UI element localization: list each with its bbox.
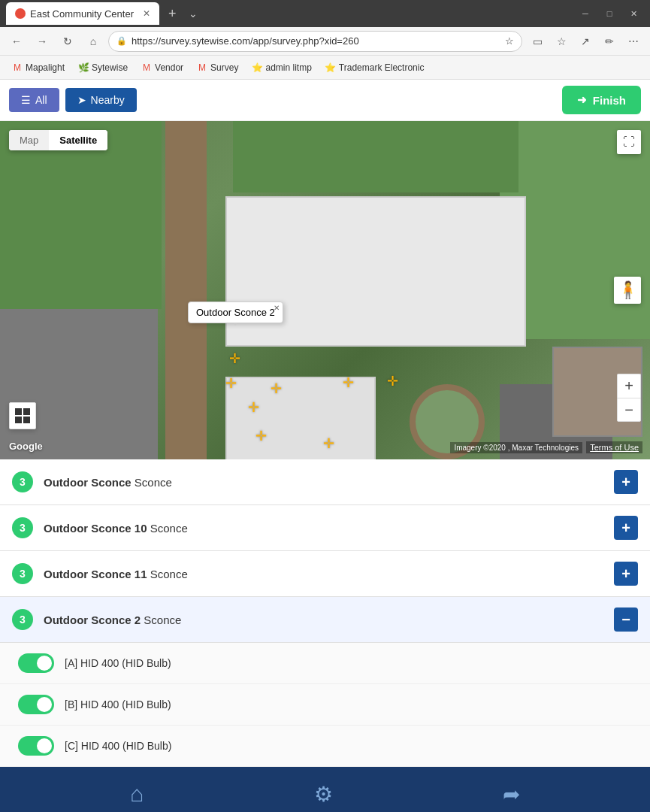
bookmark-survey[interactable]: M Survey xyxy=(191,59,244,76)
item-suffix-1: Sconce xyxy=(147,522,188,535)
imagery-copyright: Imagery ©2020 , Maxar Technologies xyxy=(450,442,582,453)
forward-btn[interactable]: → xyxy=(32,31,53,52)
crosshair-icon-5: ✛ xyxy=(271,381,282,396)
bookmark-trademark[interactable]: ⭐ Trademark Electronic xyxy=(319,59,431,76)
survey-icon: M xyxy=(197,62,207,73)
map-pin-8[interactable]: ✛ xyxy=(387,373,402,388)
item-label-1: Outdoor Sconce 10 Sconce xyxy=(44,522,614,535)
item-label-0: Outdoor Sconce Sconce xyxy=(44,476,614,489)
toggle-switch-2[interactable] xyxy=(18,736,54,756)
tooltip-close-btn[interactable]: ✕ xyxy=(274,304,280,312)
map-pin-5[interactable]: ✛ xyxy=(271,380,286,395)
map-tooltip: ✕ Outdoor Sconce 2 xyxy=(188,301,283,323)
toggle-thumb-0 xyxy=(37,656,52,671)
layers-grid-icon xyxy=(15,408,30,423)
toggle-label-1: [B] HID 400 (HID Bulb) xyxy=(65,698,171,710)
map-pin-7[interactable]: ✛ xyxy=(343,374,358,389)
settings-icon: ⚙ xyxy=(314,782,333,807)
arrow-right-icon: ➜ xyxy=(577,93,587,107)
map-expand-btn[interactable]: ⛶ xyxy=(617,130,641,154)
map-pin-3[interactable]: ✛ xyxy=(248,399,263,414)
crosshair-icon-4: ✛ xyxy=(255,429,267,444)
zoom-controls: + − xyxy=(617,374,641,422)
all-button[interactable]: ☰ All xyxy=(9,88,59,112)
address-bar[interactable]: 🔒 https://survey.sytewise.com/app/survey… xyxy=(108,31,522,52)
map-layers-btn[interactable] xyxy=(9,402,36,429)
share-btn[interactable]: ↗ xyxy=(575,31,596,52)
tab-nav-btn[interactable]: ⌄ xyxy=(186,8,201,20)
bookmark-mapalight[interactable]: M Mapalight xyxy=(6,59,71,76)
crosshair-icon-7: ✛ xyxy=(343,375,354,390)
window-controls: ─ □ ✕ xyxy=(575,6,644,21)
toggle-item-1: [B] HID 400 (HID Bulb) xyxy=(0,684,650,726)
bookmark-star[interactable]: ☆ xyxy=(505,35,514,47)
item-name-2: Outdoor Sconce 11 xyxy=(44,568,147,580)
green-area-3 xyxy=(233,121,518,192)
bookmark-sytewise[interactable]: 🌿 Sytewise xyxy=(72,59,134,76)
bookmark-vendor[interactable]: M Vendor xyxy=(135,59,189,76)
bookmarks-bar: M Mapalight 🌿 Sytewise M Vendor M Survey… xyxy=(0,56,650,80)
map-type-controls: Map Satellite xyxy=(9,130,107,150)
home-nav-btn[interactable]: ⌂ xyxy=(83,31,104,52)
star-btn[interactable]: ☆ xyxy=(551,31,572,52)
map-pin-1[interactable]: ✛ xyxy=(229,350,244,365)
map-container[interactable]: ✛ ✛ ✛ ✛ ✛ ✛ ✛ ✛ ✛ ✛ ✕ Outdoor Sconce 2 M… xyxy=(0,121,650,459)
map-pin-2[interactable]: ✛ xyxy=(225,375,240,390)
toggle-thumb-1 xyxy=(37,697,52,712)
maximize-btn[interactable]: □ xyxy=(599,6,620,21)
zoom-out-btn[interactable]: − xyxy=(617,398,641,422)
active-tab[interactable]: East Community Center ✕ xyxy=(6,2,159,25)
list-item-1[interactable]: 3 Outdoor Sconce 10 Sconce + xyxy=(0,505,650,551)
toggle-switch-1[interactable] xyxy=(18,695,54,714)
tooltip-text: Outdoor Sconce 2 xyxy=(196,307,275,318)
location-icon: ➤ xyxy=(77,94,86,106)
bookmark-admin[interactable]: ⭐ admin litmp xyxy=(246,59,317,76)
minimize-btn[interactable]: ─ xyxy=(575,6,596,21)
settings-nav-btn[interactable]: ⚙ xyxy=(308,776,339,813)
map-type-map-btn[interactable]: Map xyxy=(9,130,49,150)
exit-icon: ➦ xyxy=(503,782,520,807)
cast-btn[interactable]: ▭ xyxy=(527,31,548,52)
tab-close-btn[interactable]: ✕ xyxy=(143,8,150,19)
item-suffix-0: Sconce xyxy=(132,476,172,489)
home-nav-icon-btn[interactable]: ⌂ xyxy=(124,775,150,812)
expand-btn-0[interactable]: + xyxy=(614,470,638,494)
item-badge-1: 3 xyxy=(12,517,33,538)
nav-action-buttons: ▭ ☆ ↗ ✏ ⋯ xyxy=(527,31,644,52)
item-suffix-3: Sconce xyxy=(141,614,181,626)
item-badge-2: 3 xyxy=(12,563,33,584)
expand-btn-1[interactable]: + xyxy=(614,516,638,540)
close-btn[interactable]: ✕ xyxy=(623,6,644,21)
list-item-3[interactable]: 3 Outdoor Sconce 2 Sconce − xyxy=(0,597,650,643)
zoom-in-btn[interactable]: + xyxy=(617,374,641,398)
items-list: 3 Outdoor Sconce Sconce + 3 Outdoor Scon… xyxy=(0,459,650,767)
new-tab-btn[interactable]: + xyxy=(162,6,183,22)
toggle-label-2: [C] HID 400 (HID Bulb) xyxy=(65,740,171,752)
exit-nav-btn[interactable]: ➦ xyxy=(497,776,526,813)
finish-button[interactable]: ➜ Finish xyxy=(562,86,641,114)
filter-buttons: ☰ All ➤ Nearby xyxy=(9,88,137,112)
crosshair-icon-2: ✛ xyxy=(225,376,237,391)
back-btn[interactable]: ← xyxy=(6,31,27,52)
terms-of-use-link[interactable]: Terms of Use xyxy=(586,441,642,453)
list-item-2[interactable]: 3 Outdoor Sconce 11 Sconce + xyxy=(0,551,650,597)
streetview-btn[interactable]: 🧍 xyxy=(614,277,641,304)
road-vertical xyxy=(165,121,207,459)
app-header: ☰ All ➤ Nearby ➜ Finish xyxy=(0,80,650,121)
satellite-view xyxy=(0,121,650,459)
nearby-button[interactable]: ➤ Nearby xyxy=(65,88,137,112)
pen-btn[interactable]: ✏ xyxy=(599,31,620,52)
lock-icon: 🔒 xyxy=(116,36,127,46)
crosshair-icon-6: ✛ xyxy=(323,436,334,451)
map-type-satellite-btn[interactable]: Satellite xyxy=(49,130,107,150)
expand-btn-2[interactable]: + xyxy=(614,562,638,586)
expand-btn-3[interactable]: − xyxy=(614,607,638,632)
menu-btn[interactable]: ⋯ xyxy=(623,31,644,52)
refresh-btn[interactable]: ↻ xyxy=(57,31,78,52)
item-suffix-2: Sconce xyxy=(147,568,188,580)
list-item-0[interactable]: 3 Outdoor Sconce Sconce + xyxy=(0,459,650,505)
list-icon: ☰ xyxy=(21,94,31,106)
toggle-switch-0[interactable] xyxy=(18,653,54,673)
map-pin-4[interactable]: ✛ xyxy=(255,428,271,443)
map-pin-6[interactable]: ✛ xyxy=(323,435,338,450)
